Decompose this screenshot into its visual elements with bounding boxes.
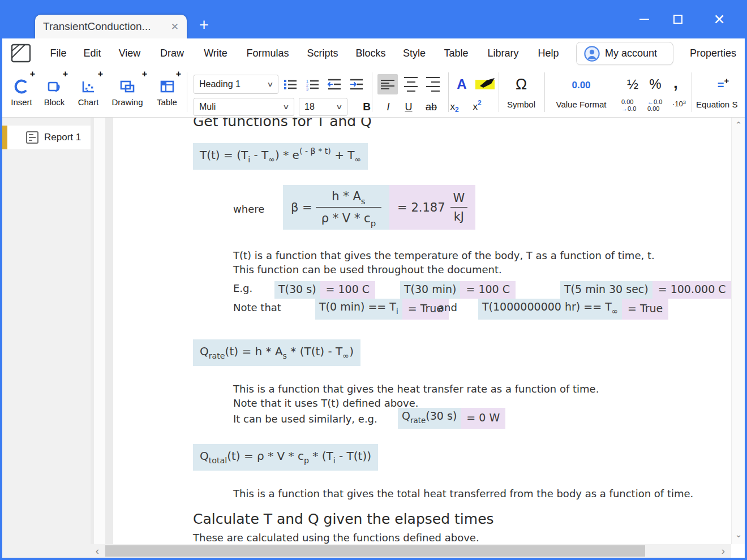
bold-button[interactable]: B [359, 99, 375, 115]
equation-beta[interactable]: β = h * As ρ * V * cp = 2.187 W kJ [283, 185, 475, 230]
percent-button[interactable]: % [646, 75, 664, 94]
sidebar-item-report-1[interactable]: Report 1 [2, 126, 91, 149]
equation-Qtotal-definition[interactable]: Qtotal(t) = ρ * V * cp * (Ti - T(t)) [193, 444, 378, 471]
italic-button[interactable]: I [380, 99, 396, 115]
tab-close-icon[interactable]: ✕ [166, 21, 179, 33]
symbol-button[interactable]: Ω [508, 74, 534, 95]
titlebar: TransientConduction... ✕ + ✕ [0, 0, 747, 38]
menu-draw[interactable]: Draw [160, 38, 184, 68]
value-format-label: Value Format [547, 100, 616, 109]
paragraph[interactable]: Note that it uses T(t) defined above. [233, 397, 419, 410]
fraction-button[interactable]: ½ [624, 75, 642, 94]
eg-label[interactable]: E.g. [233, 282, 252, 294]
paragraph[interactable]: It can be used similarly, e.g. [233, 412, 377, 426]
paragraph[interactable]: These are calculated using the functions… [193, 531, 479, 544]
horizontal-scrollbar[interactable]: ‹ › [91, 544, 731, 558]
align-left-button[interactable] [377, 74, 398, 94]
drawing-icon [118, 78, 136, 95]
menu-scripts[interactable]: Scripts [307, 38, 338, 68]
numbered-list-icon: 123 [306, 78, 319, 91]
scroll-down-icon[interactable]: ⌄ [734, 529, 743, 540]
doc-heading-get-functions[interactable]: Get functions for T and Q [193, 118, 372, 130]
align-left-icon [381, 78, 394, 91]
menu-edit[interactable]: Edit [83, 38, 101, 68]
align-right-icon [426, 75, 440, 93]
statusbar-corner [2, 544, 91, 558]
chevron-down-icon: ∨ [267, 80, 273, 88]
font-color-button[interactable]: A [453, 75, 471, 94]
strikethrough-button[interactable]: ab [422, 99, 440, 115]
table-button[interactable]: + Table [152, 71, 182, 107]
result-T-30min[interactable]: T(30 min)= 100 C [400, 281, 516, 299]
scroll-left-icon[interactable]: ‹ [93, 545, 102, 557]
menu-write[interactable]: Write [204, 38, 227, 68]
equation-Qrate-definition[interactable]: Qrate(t) = h * As * (T(t) - T∞) [193, 339, 360, 366]
result-T-0min[interactable]: T(0 min) == Ti= True [315, 299, 449, 320]
decrease-decimal-button[interactable]: 0.00 →0.0 [621, 98, 636, 112]
where-label[interactable]: where [233, 203, 264, 215]
menu-view[interactable]: View [119, 38, 141, 68]
new-tab-button[interactable]: + [199, 16, 209, 34]
svg-text:2: 2 [306, 83, 308, 87]
menu-help[interactable]: Help [538, 38, 559, 68]
thousands-separator-button[interactable]: , [669, 74, 682, 93]
menu-formulas[interactable]: Formulas [246, 38, 289, 68]
highlighter-button[interactable] [473, 76, 497, 93]
my-account-button[interactable]: My account [576, 42, 673, 65]
beta-result: = 2.187 W kJ [389, 185, 475, 230]
result-T-1e9hr[interactable]: T(1000000000 hr) == T∞= True [478, 299, 668, 320]
sidebar-active-accent [2, 126, 7, 149]
numbered-list-button[interactable]: 123 [304, 76, 321, 93]
increase-decimal-button[interactable]: ←0.0 0.00 [647, 98, 662, 112]
menu-blocks[interactable]: Blocks [355, 38, 385, 68]
block-button[interactable]: + Block [40, 71, 69, 107]
font-family-select[interactable]: Muli∨ [194, 98, 294, 116]
close-button[interactable]: ✕ [706, 0, 732, 38]
outdent-button[interactable] [326, 76, 343, 93]
vertical-scrollbar[interactable]: ⌃ ⌄ [731, 118, 745, 544]
font-size-select[interactable]: 18∨ [299, 98, 347, 116]
doc-heading-calculate[interactable]: Calculate T and Q given the elapsed time… [193, 511, 494, 528]
superscript-button[interactable]: x2 [469, 99, 486, 115]
equation-T-definition[interactable]: T(t) = (Ti - T∞) * e( - β * t) + T∞ [193, 143, 368, 170]
chevron-down-icon: ∨ [282, 103, 289, 111]
chart-button[interactable]: + Chart [72, 71, 104, 107]
document-page[interactable]: Get functions for T and Q T(t) = (Ti - T… [113, 118, 731, 544]
menu-file[interactable]: File [50, 38, 66, 68]
sidebar-scroll-track[interactable] [94, 118, 105, 544]
menu-properties[interactable]: Properties [690, 38, 736, 68]
paragraph[interactable]: This is a function that gives the heat t… [233, 382, 599, 396]
maximize-button[interactable] [665, 0, 691, 38]
align-right-button[interactable] [423, 74, 443, 94]
and-label[interactable]: and [438, 301, 457, 313]
subscript-button[interactable]: x2 [446, 99, 463, 115]
drawing-button[interactable]: + Drawing [106, 71, 148, 107]
menu-table[interactable]: Table [444, 38, 468, 68]
result-Qrate-30s[interactable]: Qrate(30 s)= 0 W [398, 408, 505, 429]
paragraph-style-select[interactable]: Heading 1∨ [194, 75, 278, 94]
scroll-up-icon[interactable]: ⌃ [734, 120, 743, 130]
indent-button[interactable] [348, 76, 365, 93]
block-icon [46, 78, 63, 95]
align-center-button[interactable] [401, 74, 421, 94]
equation-button[interactable]: =+ [713, 76, 733, 94]
document-tab[interactable]: TransientConduction... ✕ [35, 15, 187, 38]
insert-button[interactable]: + Insert [7, 71, 36, 107]
horizontal-scrollbar-thumb[interactable] [105, 545, 645, 557]
note-that-label[interactable]: Note that [233, 301, 281, 313]
menu-style[interactable]: Style [403, 38, 426, 68]
result-T-5min30sec[interactable]: T(5 min 30 sec)= 100.000 C [560, 281, 731, 299]
paragraph[interactable]: T(t) is a function that gives the temper… [233, 249, 655, 262]
minimize-icon [639, 19, 649, 20]
minimize-button[interactable] [631, 0, 657, 38]
beta-unit-fraction: W kJ [450, 191, 468, 223]
scroll-right-icon[interactable]: › [719, 545, 728, 557]
underline-button[interactable]: U [401, 99, 417, 115]
menu-library[interactable]: Library [487, 38, 518, 68]
bullet-list-button[interactable] [282, 76, 299, 93]
result-T-30s[interactable]: T(30 s)= 100 C [274, 281, 375, 299]
paragraph[interactable]: This is a function that gives the total … [233, 487, 693, 501]
scientific-notation-button[interactable]: ·103 [672, 101, 686, 107]
value-format-button[interactable]: 0.00 [565, 77, 598, 94]
paragraph[interactable]: This function can be used throughout the… [233, 263, 502, 277]
